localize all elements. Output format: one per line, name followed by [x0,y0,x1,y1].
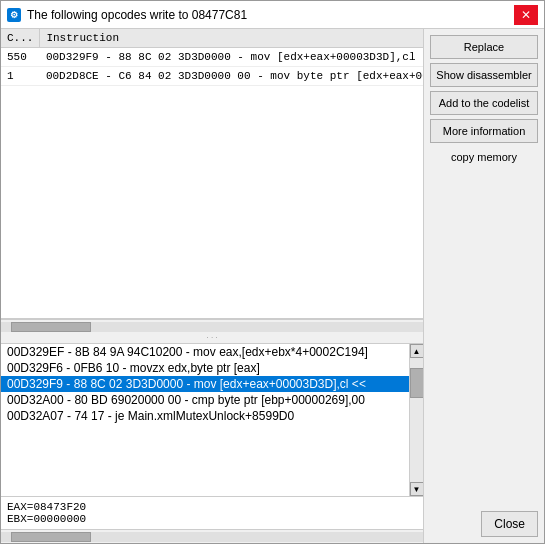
add-to-codelist-button[interactable]: Add to the codelist [430,91,538,115]
disasm-vscrollbar[interactable]: ▲ ▼ [409,344,423,496]
row-count: 550 [1,48,40,67]
left-panel: C... Instruction 550 00D329F9 - 88 8C 02… [1,29,424,543]
table-header-row: C... Instruction [1,29,423,48]
window-close-button[interactable]: ✕ [514,5,538,25]
window-title: The following opcodes write to 08477C81 [27,8,247,22]
disasm-line[interactable]: 00D32A00 - 80 BD 69020000 00 - cmp byte … [1,392,409,408]
right-panel: Replace Show disassembler Add to the cod… [424,29,544,543]
table-row[interactable]: 550 00D329F9 - 88 8C 02 3D3D0000 - mov [… [1,48,423,67]
title-bar: ⚙ The following opcodes write to 08477C8… [1,1,544,29]
table-hscrollbar[interactable] [1,319,423,333]
show-disassembler-button[interactable]: Show disassembler [430,63,538,87]
registers-panel: EAX=08473F20 EBX=00000000 [1,496,423,529]
scroll-thumb[interactable] [410,368,424,398]
disasm-hscrollbar[interactable] [1,529,423,543]
register-ebx: EBX=00000000 [7,513,417,525]
disasm-line[interactable]: 00D329F6 - 0FB6 10 - movzx edx,byte ptr … [1,360,409,376]
disasm-line[interactable]: 00D329EF - 8B 84 9A 94C10200 - mov eax,[… [1,344,409,360]
disasm-section: 00D329EF - 8B 84 9A 94C10200 - mov eax,[… [1,343,423,543]
scroll-up-button[interactable]: ▲ [410,344,424,358]
opcodes-table-container[interactable]: C... Instruction 550 00D329F9 - 88 8C 02… [1,29,423,319]
disasm-line[interactable]: 00D32A07 - 74 17 - je Main.xmlMutexUnloc… [1,408,409,424]
row-instruction: 00D329F9 - 88 8C 02 3D3D0000 - mov [edx+… [40,48,423,67]
col-instruction: Instruction [40,29,423,48]
opcodes-table: C... Instruction 550 00D329F9 - 88 8C 02… [1,29,423,86]
separator: · · · [1,333,423,343]
disasm-line-selected[interactable]: 00D329F9 - 88 8C 02 3D3D0000 - mov [edx+… [1,376,409,392]
main-window: ⚙ The following opcodes write to 08477C8… [0,0,545,544]
row-count: 1 [1,67,40,86]
col-count: C... [1,29,40,48]
window-icon: ⚙ [7,8,21,22]
table-row[interactable]: 1 00D2D8CE - C6 84 02 3D3D0000 00 - mov … [1,67,423,86]
disasm-hscroll-thumb[interactable] [11,532,91,542]
replace-button[interactable]: Replace [430,35,538,59]
copy-memory-button[interactable]: copy memory [430,147,538,167]
disasm-area[interactable]: 00D329EF - 8B 84 9A 94C10200 - mov eax,[… [1,344,409,496]
more-information-button[interactable]: More information [430,119,538,143]
row-instruction: 00D2D8CE - C6 84 02 3D3D0000 00 - mov by… [40,67,423,86]
register-eax: EAX=08473F20 [7,501,417,513]
main-content: C... Instruction 550 00D329F9 - 88 8C 02… [1,29,544,543]
scroll-down-button[interactable]: ▼ [410,482,424,496]
close-button[interactable]: Close [481,511,538,537]
